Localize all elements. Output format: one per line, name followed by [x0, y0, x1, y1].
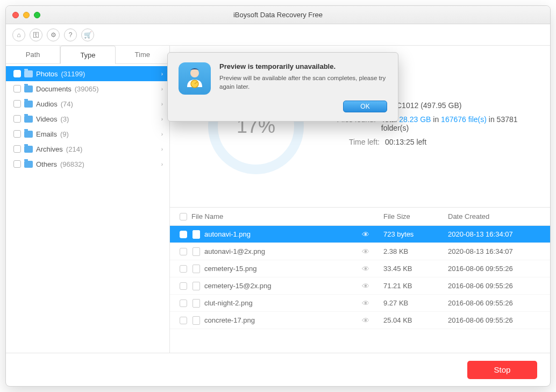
- file-type-tree: Photos (31199)›Documents (39065)›Audios …: [6, 64, 169, 353]
- checkbox[interactable]: [13, 85, 21, 92]
- file-size: 33.45 KB: [383, 265, 448, 273]
- item-name: Emails: [36, 130, 57, 138]
- key-icon[interactable]: ⚿: [30, 28, 42, 41]
- home-icon[interactable]: ⌂: [12, 28, 25, 41]
- folder-icon: [24, 131, 33, 138]
- row-checkbox[interactable]: [180, 317, 187, 324]
- chevron-right-icon: ›: [161, 116, 163, 122]
- item-name: Audios: [36, 100, 58, 108]
- file-icon: [193, 230, 200, 239]
- file-date: 2016-08-06 09:55:26: [448, 316, 550, 324]
- header-filesize[interactable]: File Size: [383, 212, 448, 220]
- row-checkbox[interactable]: [180, 282, 187, 290]
- preview-icon[interactable]: 👁: [362, 230, 369, 239]
- checkbox[interactable]: [13, 100, 21, 108]
- chevron-right-icon: ›: [161, 86, 163, 92]
- item-name: Others: [36, 160, 57, 168]
- folder-icon: [24, 161, 33, 168]
- timeleft-value: 00:13:25 left: [385, 138, 426, 146]
- chevron-right-icon: ›: [161, 71, 163, 77]
- file-date: 2016-08-06 09:55:26: [448, 299, 550, 307]
- table-row[interactable]: concrete-17.png👁25.04 KB2016-08-06 09:55…: [170, 312, 550, 329]
- folder-icon: [24, 146, 33, 153]
- header-datecreated[interactable]: Date Created: [448, 212, 550, 220]
- app-icon: [179, 62, 211, 95]
- file-date: 2016-08-06 09:55:26: [448, 282, 550, 290]
- file-date: 2016-08-06 09:55:26: [448, 265, 550, 273]
- row-checkbox[interactable]: [180, 265, 187, 273]
- item-count: (74): [61, 100, 73, 108]
- file-icon: [193, 299, 200, 308]
- help-icon[interactable]: ?: [64, 28, 77, 41]
- item-name: Archives: [36, 145, 63, 153]
- item-count: (9): [60, 130, 69, 138]
- sidebar-item-documents[interactable]: Documents (39065)›: [6, 81, 169, 96]
- gear-icon[interactable]: ⚙: [47, 28, 60, 41]
- checkbox[interactable]: [13, 70, 21, 77]
- app-window: iBoysoft Data Recovery Free ⌂ ⚿ ⚙ ? 🛒 Pa…: [5, 5, 551, 387]
- row-checkbox[interactable]: [180, 231, 187, 238]
- select-all-checkbox[interactable]: [180, 213, 187, 220]
- sidebar-item-archives[interactable]: Archives (214)›: [6, 141, 169, 156]
- header-filename[interactable]: File Name: [191, 212, 223, 220]
- sidebar: Path Type Time Photos (31199)›Documents …: [6, 46, 170, 353]
- table-row[interactable]: clut-night-2.png👁9.27 KB2016-08-06 09:55…: [170, 295, 550, 312]
- folder-icon: [24, 116, 33, 123]
- file-icon: [193, 265, 200, 273]
- folder-icon: [24, 70, 33, 77]
- item-count: (96832): [60, 160, 84, 168]
- svg-point-2: [190, 69, 199, 77]
- cart-icon[interactable]: 🛒: [81, 28, 94, 41]
- checkbox[interactable]: [13, 115, 21, 123]
- tab-path[interactable]: Path: [6, 46, 60, 63]
- file-icon: [193, 316, 200, 325]
- file-name: concrete-17.png: [204, 316, 362, 324]
- file-name: autonavi-1.png: [204, 230, 362, 238]
- file-size: 723 bytes: [383, 230, 448, 238]
- checkbox[interactable]: [13, 130, 21, 138]
- sidebar-item-audios[interactable]: Audios (74)›: [6, 96, 169, 111]
- table-row[interactable]: autonavi-1.png👁723 bytes2020-08-13 16:34…: [170, 226, 550, 243]
- table-row[interactable]: autonavi-1@2x.png👁2.38 KB2020-08-13 16:3…: [170, 243, 550, 260]
- timeleft-label: Time left:: [331, 138, 380, 146]
- toolbar: ⌂ ⚿ ⚙ ? 🛒: [6, 24, 550, 46]
- row-checkbox[interactable]: [180, 300, 187, 307]
- file-date: 2020-08-13 16:34:07: [448, 247, 550, 255]
- file-table: File Name File Size Date Created autonav…: [170, 207, 550, 353]
- checkbox[interactable]: [13, 145, 21, 153]
- tab-time[interactable]: Time: [116, 46, 169, 63]
- file-name: cemetery-15@2x.png: [204, 282, 362, 290]
- row-checkbox[interactable]: [180, 248, 187, 255]
- checkbox[interactable]: [13, 160, 21, 168]
- file-name: clut-night-2.png: [204, 299, 362, 307]
- preview-icon[interactable]: 👁: [362, 299, 369, 308]
- sidebar-item-others[interactable]: Others (96832)›: [6, 156, 169, 172]
- file-size: 2.38 KB: [383, 247, 448, 255]
- preview-icon[interactable]: 👁: [362, 265, 369, 273]
- sidebar-item-photos[interactable]: Photos (31199)›: [6, 66, 169, 81]
- item-count: (31199): [61, 70, 85, 78]
- sidebar-item-emails[interactable]: Emails (9)›: [6, 126, 169, 141]
- footer: Stop: [6, 353, 550, 386]
- table-row[interactable]: cemetery-15@2x.png👁71.21 KB2016-08-06 09…: [170, 277, 550, 295]
- file-size: 71.21 KB: [383, 282, 448, 290]
- file-icon: [193, 282, 200, 290]
- preview-icon[interactable]: 👁: [362, 316, 369, 325]
- found-value: Total 28.23 GB in 167676 file(s) in 5378…: [381, 115, 534, 132]
- chevron-right-icon: ›: [161, 101, 163, 107]
- item-count: (3): [61, 115, 69, 123]
- item-name: Videos: [36, 115, 58, 123]
- file-name: cemetery-15.png: [204, 265, 362, 273]
- table-row[interactable]: cemetery-15.png👁33.45 KB2016-08-06 09:55…: [170, 260, 550, 277]
- alert-title: Preview is temporarily unavailable.: [219, 62, 387, 70]
- alert-dialog: Preview is temporarily unavailable. Prev…: [167, 52, 398, 122]
- ok-button[interactable]: OK: [343, 101, 387, 112]
- file-icon: [193, 247, 200, 256]
- sidebar-item-videos[interactable]: Videos (3)›: [6, 111, 169, 126]
- titlebar: iBoysoft Data Recovery Free: [6, 6, 550, 24]
- stop-button[interactable]: Stop: [467, 361, 537, 379]
- tab-type[interactable]: Type: [60, 46, 115, 64]
- preview-icon[interactable]: 👁: [362, 247, 369, 256]
- table-header: File Name File Size Date Created: [170, 208, 550, 226]
- preview-icon[interactable]: 👁: [362, 282, 369, 290]
